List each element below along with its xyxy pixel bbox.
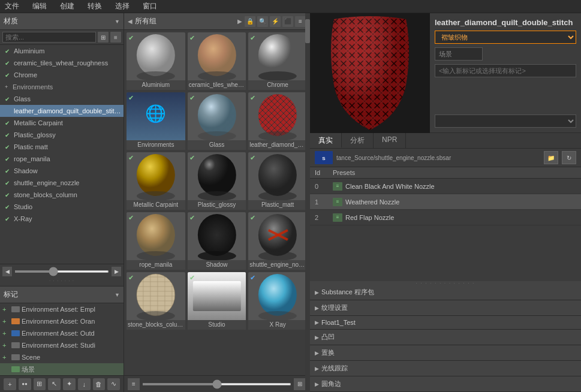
tree-item-metallic[interactable]: ✔ Metallic Carpaint xyxy=(0,117,124,129)
param-header-raytracing[interactable]: ▶ 光线跟踪 xyxy=(310,361,581,376)
tree-item-leather[interactable]: ✔ leather_diamond_quilt_double_stitch xyxy=(0,105,124,117)
mat-thumb-rope xyxy=(127,212,185,260)
preset-row-0[interactable]: 0 Clean Black And White Nozzle xyxy=(310,179,581,194)
menu-file[interactable]: 文件 xyxy=(2,0,22,13)
preset-row-2[interactable]: 2 Red Flap Nozzle xyxy=(310,210,581,225)
slider-right-btn[interactable]: ▶ xyxy=(112,267,121,276)
tree-item-glass[interactable]: ✔ Glass xyxy=(0,93,124,105)
search-filter-btn[interactable]: ⊞ xyxy=(98,32,109,43)
param-header-rounded[interactable]: ▶ 圆角边 xyxy=(310,376,581,391)
category-select[interactable]: 褶皱织物 xyxy=(435,31,576,44)
lock-btn[interactable]: 🔒 xyxy=(245,16,255,27)
materials-dropdown-arrow[interactable]: ▼ xyxy=(115,19,120,25)
tag-env-orange[interactable]: + Environment Asset: Oran xyxy=(0,315,124,327)
tree-item-chrome[interactable]: ✔ Chrome xyxy=(0,69,124,81)
grid-btn[interactable]: ⊞ xyxy=(34,378,46,390)
tree-item-environments[interactable]: + Environments xyxy=(0,81,124,93)
dots-btn[interactable]: ●● xyxy=(19,378,31,390)
tag-dropdown[interactable] xyxy=(435,114,576,128)
tree-item-aluminium[interactable]: ✔ Aluminium xyxy=(0,45,124,57)
cursor-btn[interactable]: ↖ xyxy=(48,378,61,390)
grid-size-slider[interactable] xyxy=(142,383,291,385)
mat-thumb-plastic-m xyxy=(248,152,307,200)
mat-cell-studio[interactable]: ✔ Studio xyxy=(188,272,246,330)
mat-cell-leather[interactable]: ✔ leather_diamond_quil... xyxy=(248,92,307,150)
grid-layout-btn[interactable]: ⊞ xyxy=(294,378,306,390)
mat-cell-xray[interactable]: ✔ X Ray xyxy=(248,272,307,330)
trash-btn[interactable]: 🗑 xyxy=(93,378,106,390)
tag-button[interactable]: 场景 xyxy=(435,47,483,61)
scrollbar-thumb[interactable] xyxy=(305,19,310,43)
mat-cell-ceramic[interactable]: ✔ ceramic_tiles_wheat_r... xyxy=(188,32,246,90)
materials-panel-header: 材质 ▼ xyxy=(0,13,124,30)
param-header-bump[interactable]: ▶ 凸凹 xyxy=(310,330,581,345)
param-header-float1[interactable]: ▶ Float1_Test xyxy=(310,316,581,329)
tag-env-outd[interactable]: + Environment Asset: Outd xyxy=(0,327,124,339)
substance-folder-btn[interactable]: 📁 xyxy=(544,151,558,164)
center-left-arrow[interactable]: ◀ xyxy=(128,18,133,25)
tag-env-empty[interactable]: + Environment Asset: Empl xyxy=(0,303,124,315)
search-list-btn[interactable]: ≡ xyxy=(110,32,121,43)
tab-analyze[interactable]: 分析 xyxy=(342,133,374,148)
param-header-texture[interactable]: ▶ 纹理设置 xyxy=(310,300,581,315)
menu-select[interactable]: 选择 xyxy=(113,0,132,13)
tree-item-shuttle[interactable]: ✔ shuttle_engine_nozzle xyxy=(0,177,124,189)
right-panel-scrollbar[interactable] xyxy=(305,13,310,392)
tree-label: leather_diamond_quilt_double_stitch xyxy=(14,107,121,114)
tree-item-plastic-glossy[interactable]: ✔ Plastic_glossy xyxy=(0,129,124,141)
check-icon: ✔ xyxy=(189,94,195,102)
wave-btn[interactable]: ∿ xyxy=(107,378,120,390)
menu-btn[interactable]: ≡ xyxy=(295,16,306,27)
import-btn[interactable]: ⬛ xyxy=(282,16,293,27)
mat-cell-metallic[interactable]: ✔ Metallic Carpaint xyxy=(127,152,185,210)
mat-cell-chrome[interactable]: ✔ Chrome xyxy=(248,32,307,90)
mat-cell-glass[interactable]: ✔ Glass xyxy=(188,92,246,150)
preset-row-1[interactable]: 1 Weathered Nozzle xyxy=(310,194,581,210)
tree-item-xray[interactable]: ✔ X-Ray xyxy=(0,213,124,225)
star-btn[interactable]: ✦ xyxy=(63,378,76,390)
mat-cell-shadow[interactable]: ✔ Shadow xyxy=(188,212,246,270)
tab-npr[interactable]: NPR xyxy=(374,133,406,148)
tree-item-ceramic[interactable]: ✔ ceramic_tiles_wheat_roughness xyxy=(0,57,124,69)
substance-refresh-btn[interactable]: ↻ xyxy=(562,151,576,164)
preset-name-2: Red Flap Nozzle xyxy=(345,214,394,221)
tag-env-studio[interactable]: + Environment Asset: Studi xyxy=(0,339,124,351)
tree-label: ceramic_tiles_wheat_roughness xyxy=(14,59,108,67)
menu-convert[interactable]: 转换 xyxy=(85,0,104,13)
menu-create[interactable]: 创建 xyxy=(58,0,77,13)
mat-cell-aluminium[interactable]: ✔ Aluminium xyxy=(127,32,185,90)
svg-point-7 xyxy=(197,94,236,136)
tree-item-stone[interactable]: ✔ stone_blocks_column xyxy=(0,189,124,201)
add-btn[interactable]: + xyxy=(4,378,16,390)
menu-window[interactable]: 窗口 xyxy=(140,0,159,13)
mat-cell-plastic-m[interactable]: ✔ Plastic_matt xyxy=(248,152,307,210)
mat-cell-environments[interactable]: 🌐 ✔ Environments xyxy=(127,92,185,150)
list-icon-btn[interactable]: ≡ xyxy=(128,378,140,390)
tag-scene-cn[interactable]: + 场景 xyxy=(0,363,124,375)
tree-item-plastic-matt[interactable]: ✔ Plastic matt xyxy=(0,141,124,153)
mat-thumb-leather xyxy=(248,92,307,140)
mat-cell-rope[interactable]: ✔ rope_manila xyxy=(127,212,185,270)
materials-search-input[interactable] xyxy=(2,32,96,43)
tab-real[interactable]: 真实 xyxy=(310,133,342,148)
filter-btn[interactable]: ⚡ xyxy=(270,16,281,27)
size-slider[interactable] xyxy=(14,270,109,273)
tree-item-rope[interactable]: ✔ rope_manila xyxy=(0,153,124,165)
tree-item-studio[interactable]: ✔ Studio xyxy=(0,201,124,213)
center-right-arrow[interactable]: ▶ xyxy=(237,18,242,25)
tag-scene[interactable]: + Scene xyxy=(0,351,124,363)
search-btn[interactable]: 🔍 xyxy=(257,16,268,27)
menu-edit[interactable]: 编辑 xyxy=(30,0,49,13)
param-header-substance[interactable]: ▶ Substance 程序包 xyxy=(310,285,581,300)
tag-dropdown-arrow[interactable]: ▼ xyxy=(115,292,120,298)
mat-cell-stone[interactable]: ✔ stone_blocks_column xyxy=(127,272,185,330)
slider-left-btn[interactable]: ◀ xyxy=(2,267,12,276)
tag-input[interactable] xyxy=(435,64,576,77)
param-header-displace[interactable]: ▶ 置换 xyxy=(310,345,581,360)
mat-cell-shuttle[interactable]: ✔ shuttle_engine_nozzle xyxy=(248,212,307,270)
svg-point-28 xyxy=(258,251,297,260)
down-btn[interactable]: ↓ xyxy=(78,378,91,390)
mat-cell-plastic-g[interactable]: ✔ Plastic_glossy xyxy=(188,152,246,210)
check-icon: ✔ xyxy=(5,156,12,162)
tree-item-shadow[interactable]: ✔ Shadow xyxy=(0,165,124,177)
